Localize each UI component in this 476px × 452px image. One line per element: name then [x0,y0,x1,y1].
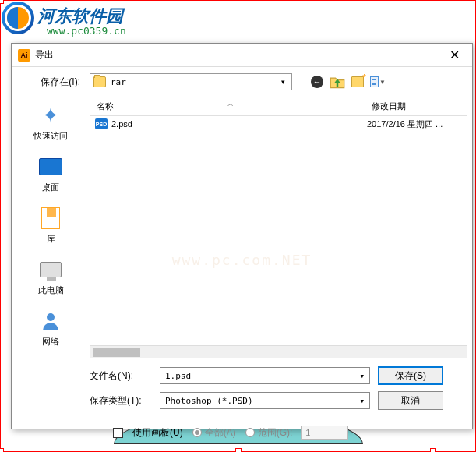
up-folder-icon [330,74,345,90]
range-input [301,426,348,440]
back-arrow-icon: ← [311,76,323,88]
file-list: 名称 ︿ 修改日期 PSD 2.psd 2017/2/16 星期四 ... ww… [90,97,467,358]
location-text: rar [111,77,277,87]
file-row[interactable]: PSD 2.psd 2017/2/16 星期四 ... [90,116,467,132]
chevron-down-icon: ▾ [359,371,365,381]
filename-input[interactable]: 1.psd ▾ [160,367,370,384]
close-button[interactable]: ✕ [443,44,466,66]
titlebar: Ai 导出 ✕ [12,44,472,67]
chevron-down-icon: ▾ [359,396,365,406]
desktop-icon [38,154,63,179]
scrollbar-thumb[interactable] [93,348,140,357]
sidebar-item-label: 此电脑 [38,284,64,296]
column-header-date[interactable]: 修改日期 [365,101,467,112]
filename-value: 1.psd [165,371,359,381]
watermark-text: www.pc.com.NET [172,251,312,267]
new-folder-button[interactable] [350,74,365,90]
selection-handle[interactable] [430,448,436,452]
sidebar-item-label: 网络 [42,336,59,348]
network-icon [38,309,63,334]
sidebar-desktop[interactable]: 桌面 [19,151,82,196]
selection-handle[interactable] [0,448,4,452]
back-button[interactable]: ← [309,74,325,90]
use-artboard-label: 使用画板(U) [132,426,183,440]
new-folder-icon [351,76,364,87]
view-list-icon [370,76,379,87]
view-menu-button[interactable]: ▼ [370,74,386,90]
library-icon [38,206,63,231]
file-date: 2017/2/16 星期四 ... [367,118,467,130]
range-radio [245,428,255,437]
all-radio [192,428,202,437]
selection-handle[interactable] [235,448,242,452]
all-label: 全部(A) [205,426,236,440]
range-label: 范围(G): [258,426,293,440]
file-name: 2.psd [111,119,367,129]
filetype-dropdown[interactable]: Photoshop (*.PSD) ▾ [160,392,370,409]
illustrator-icon: Ai [18,49,30,62]
computer-icon [38,257,63,282]
brand-logo-icon [2,2,34,34]
up-one-level-button[interactable] [330,74,345,90]
use-artboard-checkbox[interactable] [113,428,123,438]
sidebar-this-pc[interactable]: 此电脑 [19,254,82,299]
save-in-label: 保存在(I): [21,76,83,89]
filetype-value: Photoshop (*.PSD) [165,396,359,406]
chevron-down-icon: ▾ [277,78,288,86]
sidebar-quick-access[interactable]: ✦ 快速访问 [19,100,82,145]
horizontal-scrollbar[interactable] [90,345,467,358]
save-button[interactable]: 保存(S) [378,366,443,385]
sidebar-item-label: 快速访问 [33,130,68,142]
sort-ascending-icon: ︿ [227,100,234,108]
column-header-name[interactable]: 名称 ︿ [90,101,365,112]
filetype-label: 保存类型(T): [90,394,152,408]
cancel-button[interactable]: 取消 [378,391,443,410]
dialog-title: 导出 [35,48,443,62]
quick-access-icon: ✦ [38,103,63,128]
export-dialog: Ai 导出 ✕ 保存在(I): rar ▾ ← ▼ ✦ 快速访问 [11,43,473,429]
sidebar-network[interactable]: 网络 [19,305,82,351]
chevron-down-icon: ▼ [379,79,386,86]
places-sidebar: ✦ 快速访问 桌面 库 此电脑 网络 [12,97,90,358]
location-dropdown[interactable]: rar ▾ [90,73,292,90]
sidebar-library[interactable]: 库 [19,203,82,248]
sidebar-item-label: 库 [47,233,55,245]
folder-icon [93,76,106,87]
brand-url: www.pc0359.cn [47,25,126,37]
filename-label: 文件名(N): [90,369,152,383]
sidebar-item-label: 桌面 [42,182,59,193]
psd-file-icon: PSD [95,118,108,129]
